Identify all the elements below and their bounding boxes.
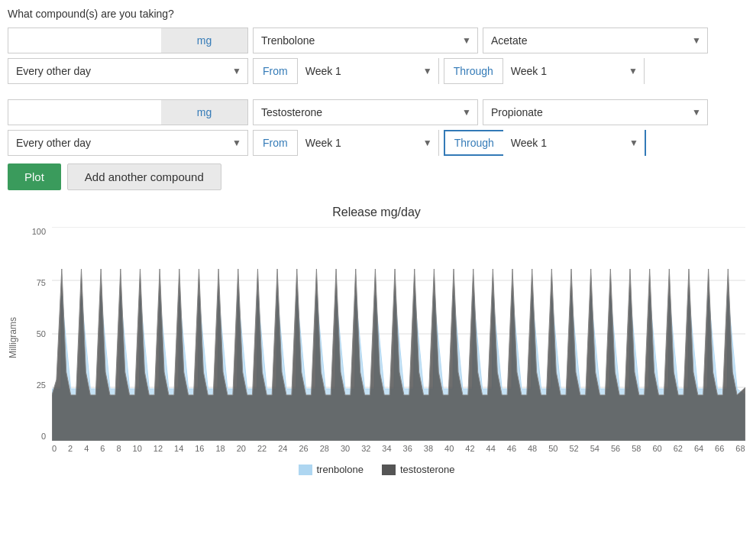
compound2-through-week-select[interactable]: Week 1 Week 2 Week 4 Week 8 Week 12 [503,130,574,156]
compound2-freq-select[interactable]: Every other day Daily Twice per week Onc… [8,131,113,155]
divider1 [8,92,745,99]
compound2-row1: 100 mg Testosterone Trenbolone Masteron … [8,99,745,125]
page-title: What compound(s) are you taking? [8,8,745,20]
compound1-freq-select[interactable]: Every other day Daily Twice per week Onc… [8,59,113,83]
compound2-through-week-arrow-icon: ▼ [629,138,638,148]
compound1-from-week-select-wrap: Week 1 Week 2 Week 4 Week 8 Week 12 ▼ [297,58,438,84]
chart-inner: 0 25 50 75 100 [21,227,745,453]
x-label: 58 [632,444,641,453]
y-tick-100: 100 [21,227,49,236]
compound1-through-week-select-wrap: Week 1 Week 2 Week 4 Week 8 Week 12 ▼ [503,58,644,84]
x-label: 38 [424,444,433,453]
x-label: 30 [341,444,350,453]
chart-container: Milligrams 0 25 50 75 100 [8,227,745,456]
compound1-freq-arrow-icon: ▼ [232,66,241,76]
plot-button[interactable]: Plot [8,163,61,190]
x-label: 6 [100,444,105,453]
x-label: 54 [590,444,599,453]
compound1-row1: 100 mg Trenbolone Testosterone Masteron … [8,28,745,53]
x-label: 46 [507,444,516,453]
compound2-ester-arrow-icon: ▼ [692,107,701,118]
compound2-from-week-select-wrap: Week 1 Week 2 Week 4 Week 8 Week 12 ▼ [297,130,438,156]
compound1-from-week-arrow-icon: ▼ [423,66,432,76]
compound2-row2: Every other day Daily Twice per week Onc… [8,130,745,156]
x-label: 4 [84,444,89,453]
compound1-dose-input: 100 mg [8,28,248,53]
compound2-compound-select-wrap: Testosterone Trenbolone Masteron Primobo… [253,99,478,125]
compound1-from-week-select[interactable]: Week 1 Week 2 Week 4 Week 8 Week 12 [298,58,369,84]
compound2-compound-arrow-icon: ▼ [462,107,471,118]
x-label: 62 [674,444,683,453]
x-label: 12 [154,444,163,453]
compound1-row2: Every other day Daily Twice per week Onc… [8,58,745,84]
compound2-from-week-arrow-icon: ▼ [423,138,432,148]
compound1-ester-select-wrap: Acetate Enanthate Cypionate Propionate ▼ [483,28,708,53]
x-label: 66 [715,444,724,453]
compound2-from-label: From [254,137,297,149]
x-label: 28 [320,444,329,453]
compound1-from-wrap: From Week 1 Week 2 Week 4 Week 8 Week 12… [253,58,439,84]
testosterone-color-swatch [382,465,396,475]
compound1-through-label: Through [444,65,503,77]
compound2-freq-select-wrap: Every other day Daily Twice per week Onc… [8,130,248,156]
x-label: 64 [694,444,703,453]
y-tick-0: 0 [21,432,49,441]
compound1-block: 100 mg Trenbolone Testosterone Masteron … [8,28,745,84]
testosterone-area [52,269,745,441]
y-tick-25: 25 [21,380,49,390]
x-label: 20 [237,444,246,453]
chart-area [52,227,745,441]
legend-testosterone-label: testosterone [400,464,455,475]
trenbolone-color-swatch [299,465,312,475]
x-label: 24 [278,444,287,453]
x-label: 40 [444,444,454,453]
compound2-ester-select[interactable]: Propionate Enanthate Cypionate Acetate [483,100,564,125]
legend-testosterone: testosterone [382,464,455,475]
compound2-from-week-select[interactable]: Week 1 Week 2 Week 4 Week 8 Week 12 [298,130,369,156]
button-row: Plot Add another compound [8,163,745,190]
compound1-dose-unit: mg [161,28,247,53]
x-label: 22 [257,444,267,453]
x-label: 60 [652,444,661,453]
x-label: 68 [735,444,745,453]
compound1-through-wrap: Through Week 1 Week 2 Week 4 Week 8 Week… [444,58,645,84]
y-axis-label: Milligrams [8,227,18,456]
legend-trenbolone: trenbolone [299,464,364,475]
compound2-dose-value[interactable]: 100 [8,100,161,125]
x-label: 16 [195,444,204,453]
compound1-through-week-arrow-icon: ▼ [629,66,638,76]
x-label: 36 [403,444,412,453]
y-tick-50: 50 [21,329,49,338]
x-label: 8 [116,444,121,453]
x-label: 32 [361,444,370,453]
x-label: 52 [569,444,578,453]
chart-legend: trenbolone testosterone [8,464,745,475]
x-label: 2 [68,444,73,453]
compound1-dose-value[interactable]: 100 [8,28,161,53]
compound2-dose-input: 100 mg [8,99,248,125]
compound2-through-week-select-wrap: Week 1 Week 2 Week 4 Week 8 Week 12 ▼ [503,130,645,156]
y-tick-75: 75 [21,278,49,287]
compound2-through-label: Through [445,137,503,149]
x-label: 0 [52,444,57,453]
x-label: 56 [611,444,620,453]
x-label: 44 [486,444,496,453]
compound2-from-wrap: From Week 1 Week 2 Week 4 Week 8 Week 12… [253,130,439,156]
compound2-ester-select-wrap: Propionate Enanthate Cypionate Acetate ▼ [483,99,708,125]
compound1-compound-select-wrap: Trenbolone Testosterone Masteron Primobo… [253,28,478,53]
compound1-through-week-select[interactable]: Week 1 Week 2 Week 4 Week 8 Week 12 [503,58,574,84]
x-axis-labels: 0 2 4 6 8 10 12 14 16 18 20 22 24 26 28 … [52,441,745,453]
compound1-compound-select[interactable]: Trenbolone Testosterone Masteron Primobo… [254,28,344,53]
compound2-freq-arrow-icon: ▼ [232,138,241,148]
chart-title: Release mg/day [8,206,745,219]
y-axis-ticks: 0 25 50 75 100 [21,227,49,441]
compound2-dose-unit: mg [161,100,247,125]
x-label: 18 [215,444,225,453]
compound2-compound-select[interactable]: Testosterone Trenbolone Masteron Primobo… [254,100,344,125]
x-label: 26 [299,444,308,453]
compound1-ester-arrow-icon: ▼ [692,35,701,46]
compound1-ester-select[interactable]: Acetate Enanthate Cypionate Propionate [483,28,564,53]
x-label: 34 [382,444,391,453]
add-compound-button[interactable]: Add another compound [67,163,221,190]
compound1-from-label: From [254,65,297,77]
